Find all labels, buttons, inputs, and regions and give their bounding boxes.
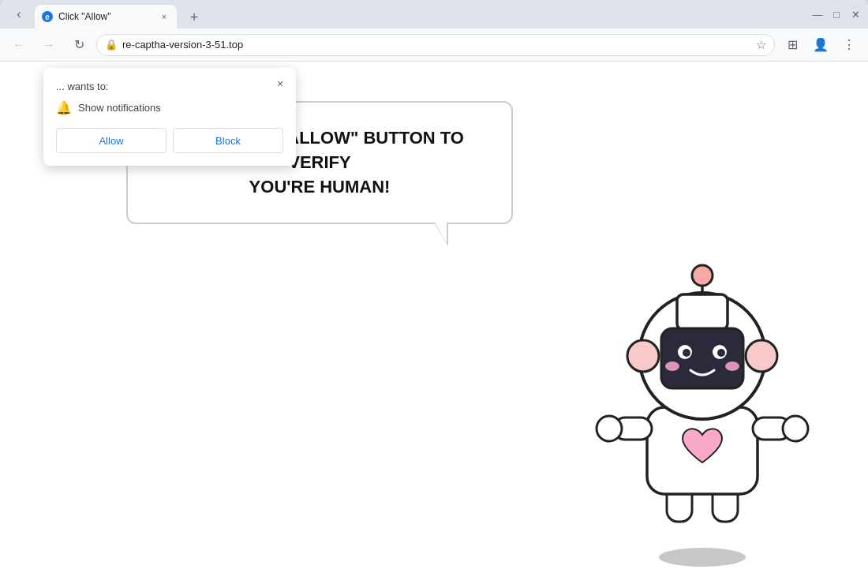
back-button[interactable]: ← — [6, 32, 32, 58]
block-button[interactable]: Block — [173, 128, 283, 153]
notification-popup: × ... wants to: 🔔 Show notifications All… — [43, 68, 296, 166]
svg-point-23 — [717, 349, 725, 357]
profile-button[interactable]: 👤 — [808, 32, 833, 58]
title-bar: ‹ e Click "Allow" × + — □ ✕ — [0, 0, 868, 28]
forward-button[interactable]: → — [36, 32, 62, 58]
popup-close-button[interactable]: × — [271, 74, 290, 93]
bookmark-icon[interactable]: ☆ — [756, 38, 766, 52]
robot-illustration — [584, 238, 821, 572]
svg-point-24 — [665, 361, 679, 371]
popup-permission-row: 🔔 Show notifications — [56, 100, 283, 115]
main-page: × ... wants to: 🔔 Show notifications All… — [0, 62, 868, 588]
svg-text:e: e — [45, 13, 50, 21]
svg-point-13 — [746, 340, 777, 372]
svg-point-7 — [597, 416, 622, 441]
window-controls: — □ ✕ — [811, 8, 862, 21]
popup-wants-text: ... wants to: — [56, 81, 283, 92]
refresh-button[interactable]: ↻ — [66, 32, 92, 58]
menu-button[interactable]: ⋮ — [836, 32, 862, 58]
new-tab-button[interactable]: + — [183, 6, 205, 28]
active-tab[interactable]: e Click "Allow" × — [35, 5, 177, 28]
permission-text: Show notifications — [78, 102, 161, 114]
svg-point-9 — [783, 416, 808, 441]
tab-bar: e Click "Allow" × + — [35, 0, 811, 28]
svg-point-15 — [692, 265, 713, 286]
svg-rect-17 — [661, 328, 743, 388]
svg-point-25 — [725, 361, 739, 371]
allow-button[interactable]: Allow — [56, 128, 166, 153]
page-content: × ... wants to: 🔔 Show notifications All… — [0, 62, 868, 588]
toolbar-right: ⊞ 👤 ⋮ — [780, 32, 862, 58]
svg-point-22 — [683, 349, 690, 357]
bell-icon: 🔔 — [56, 100, 72, 115]
address-bar[interactable]: 🔒 re-captha-version-3-51.top ☆ — [96, 34, 775, 56]
popup-buttons: Allow Block — [56, 128, 283, 153]
nav-left: ‹ — [6, 2, 32, 27]
close-window-button[interactable]: ✕ — [849, 8, 862, 21]
lock-icon: 🔒 — [105, 39, 118, 51]
url-text: re-captha-version-3-51.top — [122, 39, 751, 51]
chrome-window: ‹ e Click "Allow" × + — □ ✕ ← — [0, 0, 868, 588]
extensions-button[interactable]: ⊞ — [780, 32, 805, 58]
tab-scroll-left[interactable]: ‹ — [6, 2, 32, 27]
tab-close-button[interactable]: × — [158, 10, 170, 23]
maximize-button[interactable]: □ — [830, 8, 843, 21]
minimize-button[interactable]: — — [811, 8, 824, 21]
svg-point-2 — [659, 548, 746, 567]
tab-title: Click "Allow" — [58, 11, 153, 22]
tab-favicon: e — [41, 10, 54, 23]
toolbar: ← → ↻ 🔒 re-captha-version-3-51.top ☆ ⊞ 👤… — [0, 28, 868, 62]
svg-rect-14 — [677, 294, 728, 330]
svg-point-12 — [627, 340, 659, 372]
